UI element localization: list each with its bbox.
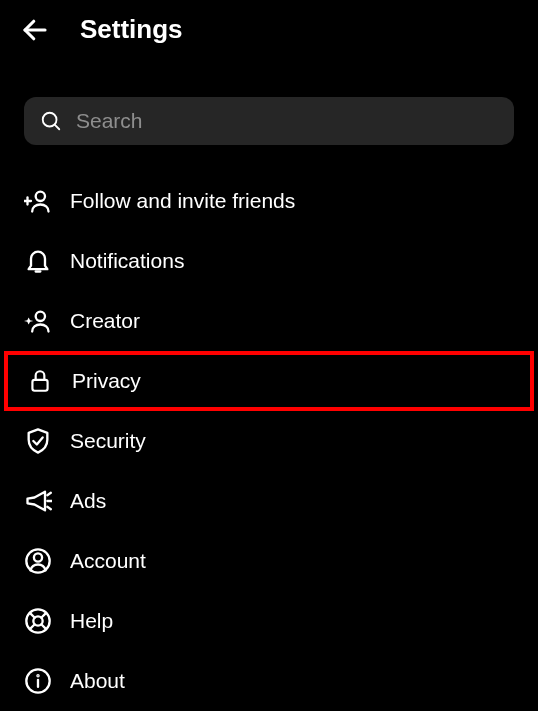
- search-input[interactable]: [76, 109, 498, 133]
- svg-point-21: [37, 675, 38, 676]
- menu-item-help[interactable]: Help: [0, 591, 538, 651]
- shield-icon: [24, 427, 52, 455]
- svg-point-6: [36, 312, 45, 321]
- back-button[interactable]: [20, 15, 50, 45]
- menu-item-ads[interactable]: Ads: [0, 471, 538, 531]
- menu-label: About: [70, 669, 125, 693]
- menu-item-notifications[interactable]: Notifications: [0, 231, 538, 291]
- header: Settings: [0, 0, 538, 59]
- svg-line-17: [30, 624, 35, 629]
- menu-label: Ads: [70, 489, 106, 513]
- svg-line-15: [30, 613, 35, 618]
- menu-item-security[interactable]: Security: [0, 411, 538, 471]
- menu-label: Help: [70, 609, 113, 633]
- menu-label: Account: [70, 549, 146, 573]
- account-icon: [24, 547, 52, 575]
- search-icon: [40, 110, 62, 132]
- help-icon: [24, 607, 52, 635]
- menu-item-about[interactable]: About: [0, 651, 538, 711]
- svg-line-8: [47, 493, 51, 495]
- settings-menu: Follow and invite friends Notifications …: [0, 171, 538, 711]
- lock-icon: [26, 367, 54, 395]
- info-icon: [24, 667, 52, 695]
- bell-icon: [24, 247, 52, 275]
- invite-friends-icon: [24, 187, 52, 215]
- menu-item-account[interactable]: Account: [0, 531, 538, 591]
- menu-item-follow-invite[interactable]: Follow and invite friends: [0, 171, 538, 231]
- menu-label: Creator: [70, 309, 140, 333]
- svg-line-16: [41, 613, 46, 618]
- menu-item-privacy[interactable]: Privacy: [4, 351, 534, 411]
- svg-line-2: [55, 125, 60, 130]
- menu-label: Notifications: [70, 249, 184, 273]
- search-container: [24, 97, 514, 145]
- svg-line-10: [47, 507, 51, 509]
- svg-point-12: [34, 553, 42, 561]
- svg-point-3: [36, 192, 45, 201]
- arrow-left-icon: [20, 15, 50, 45]
- menu-item-creator[interactable]: Creator: [0, 291, 538, 351]
- megaphone-icon: [24, 487, 52, 515]
- svg-rect-7: [32, 380, 47, 391]
- page-title: Settings: [80, 14, 183, 45]
- menu-label: Security: [70, 429, 146, 453]
- creator-icon: [24, 307, 52, 335]
- menu-label: Follow and invite friends: [70, 189, 295, 213]
- svg-line-18: [41, 624, 46, 629]
- search-box[interactable]: [24, 97, 514, 145]
- menu-label: Privacy: [72, 369, 141, 393]
